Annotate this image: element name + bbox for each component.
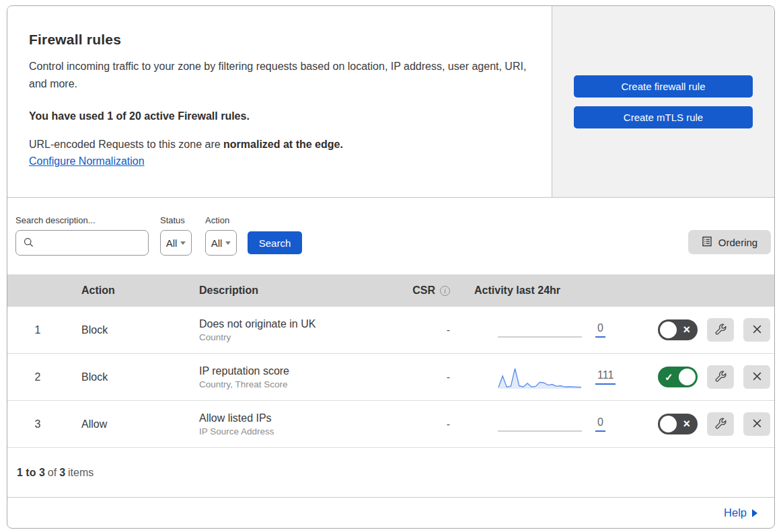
rule-fields: IP Source Address <box>199 426 401 436</box>
status-dropdown[interactable]: All <box>160 230 192 256</box>
chevron-down-icon <box>225 241 231 245</box>
close-icon <box>752 324 762 336</box>
items-total: 3 <box>59 467 65 479</box>
firewall-rules-panel: Firewall rules Control incoming traffic … <box>7 5 775 529</box>
wrench-icon <box>715 324 727 337</box>
ordering-label: Ordering <box>718 237 757 248</box>
rule-enabled-toggle[interactable] <box>658 367 698 387</box>
usage-notice: You have used 1 of 20 active Firewall ru… <box>29 110 531 122</box>
normalization-text: URL-encoded Requests to this zone are no… <box>29 139 531 151</box>
activity-sparkline <box>498 318 582 342</box>
rule-enabled-toggle[interactable] <box>658 414 698 434</box>
rule-description: Does not originate in UK <box>199 318 401 330</box>
pagination-summary: 1 to 3 of 3 items <box>7 448 774 498</box>
edit-rule-button[interactable] <box>707 412 734 436</box>
delete-rule-button[interactable] <box>743 318 770 342</box>
column-csr: CSR <box>412 284 435 297</box>
page-title: Firewall rules <box>29 32 531 48</box>
rule-csr-value: - <box>401 371 458 383</box>
column-description: Description <box>186 284 401 297</box>
configure-normalization-link[interactable]: Configure Normalization <box>29 155 145 167</box>
wrench-icon <box>715 418 727 431</box>
status-value: All <box>166 237 178 249</box>
edit-rule-button[interactable] <box>707 365 734 389</box>
normalization-prefix: URL-encoded Requests to this zone are <box>29 139 223 150</box>
rule-priority: 2 <box>7 371 68 383</box>
action-value: All <box>211 237 223 249</box>
action-label: Action <box>205 215 237 225</box>
rule-enabled-toggle[interactable] <box>658 319 698 340</box>
activity-sparkline <box>498 412 582 436</box>
table-row: 1 Block Does not originate in UK Country… <box>7 307 774 354</box>
create-firewall-rule-button[interactable]: Create firewall rule <box>574 75 753 98</box>
activity-sparkline <box>498 365 582 389</box>
ordering-list-icon <box>702 236 712 249</box>
info-icon[interactable] <box>440 286 450 296</box>
delete-rule-button[interactable] <box>743 365 770 389</box>
cta-panel: Create firewall rule Create mTLS rule <box>552 6 774 197</box>
status-label: Status <box>160 215 192 225</box>
rule-description: Allow listed IPs <box>199 412 401 424</box>
chevron-down-icon <box>180 241 186 245</box>
rule-csr-value: - <box>401 324 458 336</box>
header-section: Firewall rules Control incoming traffic … <box>7 6 774 198</box>
rule-action: Block <box>68 324 186 336</box>
ordering-button[interactable]: Ordering <box>688 230 771 254</box>
rule-action: Block <box>68 371 186 383</box>
intro-card: Firewall rules Control incoming traffic … <box>7 6 552 197</box>
rule-description: IP reputation score <box>199 365 401 377</box>
column-activity: Activity last 24hr <box>458 284 630 297</box>
table-header: Action Description CSR Activity last 24h… <box>7 274 774 307</box>
rule-action: Allow <box>68 418 186 430</box>
filter-bar: Search description... Status All Action … <box>7 198 774 274</box>
activity-count-link[interactable]: 0 <box>595 322 605 338</box>
close-icon <box>752 418 762 430</box>
rule-fields: Country <box>199 332 401 342</box>
search-label: Search description... <box>15 215 149 225</box>
action-dropdown[interactable]: All <box>205 230 237 256</box>
rule-csr-value: - <box>401 418 458 430</box>
normalization-bold: normalized at the edge. <box>223 139 343 150</box>
wrench-icon <box>715 371 727 384</box>
page-description: Control incoming traffic to your zone by… <box>29 58 527 93</box>
column-action: Action <box>68 284 186 297</box>
delete-rule-button[interactable] <box>743 412 770 436</box>
rule-fields: Country, Threat Score <box>199 379 401 389</box>
activity-count-link[interactable]: 111 <box>595 369 616 385</box>
search-input[interactable] <box>15 230 149 256</box>
search-icon <box>24 237 34 250</box>
items-range: 1 to 3 <box>17 467 45 479</box>
help-bar: Help <box>7 498 774 528</box>
rule-priority: 1 <box>7 324 68 336</box>
activity-count-link[interactable]: 0 <box>595 416 605 432</box>
help-link[interactable]: Help <box>724 506 757 519</box>
edit-rule-button[interactable] <box>707 318 734 342</box>
create-mtls-rule-button[interactable]: Create mTLS rule <box>574 106 753 128</box>
rule-priority: 3 <box>7 418 68 430</box>
arrow-right-icon <box>752 509 757 517</box>
table-row: 2 Block IP reputation score Country, Thr… <box>7 354 774 401</box>
table-row: 3 Allow Allow listed IPs IP Source Addre… <box>7 401 774 448</box>
close-icon <box>752 371 762 383</box>
search-button[interactable]: Search <box>248 231 302 254</box>
